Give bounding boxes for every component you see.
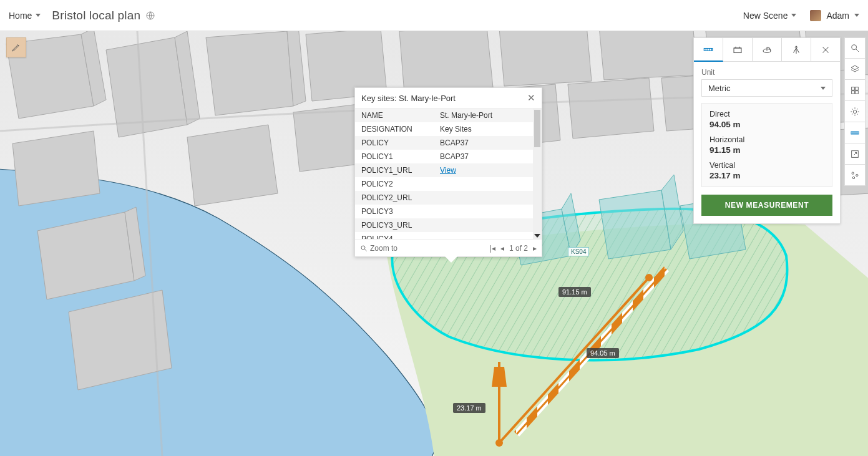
zoom-to-label: Zoom to bbox=[370, 244, 397, 253]
popup-attr-row: POLICY2_URL bbox=[355, 191, 542, 205]
tool-daylight[interactable] bbox=[844, 101, 866, 122]
popup-attr-key: POLICY4 bbox=[355, 235, 436, 239]
edit-button[interactable] bbox=[6, 37, 26, 57]
tool-layers[interactable] bbox=[844, 59, 866, 80]
svg-line-39 bbox=[852, 109, 852, 109]
avatar bbox=[810, 10, 821, 21]
tool-search[interactable] bbox=[844, 37, 866, 59]
feature-popup: Key sites: St. Mary-le-Port ✕ NAMESt. Ma… bbox=[354, 87, 542, 257]
result-horizontal-label: Horizontal bbox=[710, 135, 824, 144]
slice-icon bbox=[761, 44, 773, 56]
scrollbar-thumb[interactable] bbox=[534, 110, 540, 147]
elevation-icon bbox=[791, 44, 802, 56]
basemap-icon bbox=[850, 85, 860, 95]
popup-attr-key: POLICY1 bbox=[355, 152, 436, 161]
measure-line-icon bbox=[703, 44, 714, 55]
popup-attr-key: DESIGNATION bbox=[355, 125, 436, 133]
top-bar: Home Bristol local plan New Scene Adam bbox=[0, 0, 868, 31]
result-direct-label: Direct bbox=[710, 110, 824, 119]
popup-title: Key sites: St. Mary-le-Port bbox=[361, 94, 456, 103]
result-vertical-value: 23.17 m bbox=[710, 171, 824, 180]
svg-point-11 bbox=[645, 274, 653, 281]
map-label-vertical: 23.17 m bbox=[453, 403, 485, 413]
zoom-to-button[interactable]: Zoom to bbox=[360, 244, 397, 253]
result-vertical-label: Vertical bbox=[710, 161, 824, 170]
pager-prev[interactable]: ◂ bbox=[500, 244, 504, 253]
svg-marker-29 bbox=[851, 65, 859, 70]
tool-settings[interactable] bbox=[844, 165, 866, 186]
chevron-down-icon bbox=[854, 14, 859, 17]
tab-slice[interactable] bbox=[753, 38, 782, 62]
popup-attr-value: BCAP37 bbox=[436, 138, 542, 147]
popup-close-button[interactable]: ✕ bbox=[527, 92, 535, 104]
popup-scrollbar[interactable] bbox=[533, 109, 542, 239]
svg-rect-31 bbox=[856, 87, 859, 90]
scene-viewport[interactable]: 91.15 m 94.05 m 23.17 m KS04 Key sites: … bbox=[0, 31, 868, 456]
popup-attr-row: NAMESt. Mary-le-Port bbox=[355, 109, 542, 122]
chevron-down-icon bbox=[821, 87, 826, 90]
new-measurement-button[interactable]: NEW MEASUREMENT bbox=[701, 195, 832, 216]
unit-select-value: Metric bbox=[708, 84, 730, 93]
unit-label: Unit bbox=[701, 68, 832, 77]
popup-attr-value: View bbox=[436, 166, 542, 175]
tool-share[interactable] bbox=[844, 143, 866, 165]
magnifier-icon bbox=[360, 245, 368, 252]
pager-next[interactable]: ▸ bbox=[533, 244, 537, 253]
site-label: KS04 bbox=[568, 247, 589, 256]
scene-title: Bristol local plan bbox=[52, 9, 155, 22]
svg-point-12 bbox=[361, 246, 365, 250]
user-menu[interactable]: Adam bbox=[810, 10, 859, 21]
popup-attr-key: NAME bbox=[355, 111, 436, 120]
scene-title-text: Bristol local plan bbox=[52, 9, 140, 22]
popup-attr-key: POLICY1_URL bbox=[355, 166, 436, 175]
new-measurement-label: NEW MEASUREMENT bbox=[725, 201, 809, 210]
tool-basemap[interactable] bbox=[844, 80, 866, 101]
map-label-direct: 94.05 m bbox=[587, 348, 619, 358]
unit-select[interactable]: Metric bbox=[701, 79, 832, 97]
svg-point-51 bbox=[856, 174, 858, 176]
popup-pager: |◂ ◂ 1 of 2 ▸ bbox=[490, 244, 537, 253]
pager-first[interactable]: |◂ bbox=[490, 244, 495, 253]
svg-line-42 bbox=[852, 114, 852, 114]
tab-area[interactable] bbox=[723, 38, 753, 62]
tool-measure[interactable] bbox=[844, 122, 866, 143]
search-icon bbox=[850, 43, 860, 53]
ruler-icon bbox=[850, 128, 860, 138]
popup-attr-row: POLICY3 bbox=[355, 205, 542, 218]
tool-rail bbox=[844, 37, 866, 186]
panel-close-button[interactable] bbox=[811, 38, 840, 62]
popup-attr-key: POLICY3 bbox=[355, 207, 436, 216]
popup-attr-key: POLICY2_URL bbox=[355, 193, 436, 202]
tab-direct-line[interactable] bbox=[694, 38, 723, 62]
svg-point-27 bbox=[852, 45, 857, 50]
measurement-body: Unit Metric Direct 94.05 m Horizontal 91… bbox=[694, 62, 840, 223]
measure-area-icon bbox=[732, 44, 743, 56]
new-scene-label: New Scene bbox=[743, 11, 788, 21]
popup-attr-row: POLICY1_URLView bbox=[355, 163, 542, 177]
popup-attr-row: POLICY1BCAP37 bbox=[355, 150, 542, 163]
result-direct-value: 94.05 m bbox=[710, 120, 824, 129]
new-scene-dropdown[interactable]: New Scene bbox=[743, 11, 797, 21]
header-right: New Scene Adam bbox=[743, 10, 859, 21]
popup-attr-row: DESIGNATIONKey Sites bbox=[355, 122, 542, 136]
svg-rect-19 bbox=[734, 48, 741, 53]
popup-attr-link[interactable]: View bbox=[440, 166, 456, 175]
popup-attr-row: POLICY3_URL bbox=[355, 218, 542, 232]
chevron-down-icon bbox=[36, 14, 41, 17]
measurement-tabs bbox=[694, 38, 840, 62]
svg-rect-33 bbox=[856, 90, 859, 94]
user-name: Adam bbox=[826, 11, 849, 21]
sun-icon bbox=[850, 107, 860, 117]
svg-line-28 bbox=[856, 49, 859, 52]
popup-attr-key: POLICY bbox=[355, 138, 436, 147]
popup-attr-row: POLICY4 bbox=[355, 232, 542, 239]
scroll-down-icon[interactable] bbox=[534, 234, 540, 238]
popup-attr-key: POLICY2 bbox=[355, 180, 436, 188]
popup-header: Key sites: St. Mary-le-Port ✕ bbox=[355, 88, 542, 108]
popup-attr-key: POLICY3_URL bbox=[355, 221, 436, 230]
tab-elevation[interactable] bbox=[782, 38, 811, 62]
pencil-icon bbox=[11, 42, 21, 52]
home-dropdown[interactable]: Home bbox=[9, 11, 41, 21]
popup-attribute-list: NAMESt. Mary-le-PortDESIGNATIONKey Sites… bbox=[355, 108, 542, 239]
popup-attr-row: POLICY2 bbox=[355, 177, 542, 191]
